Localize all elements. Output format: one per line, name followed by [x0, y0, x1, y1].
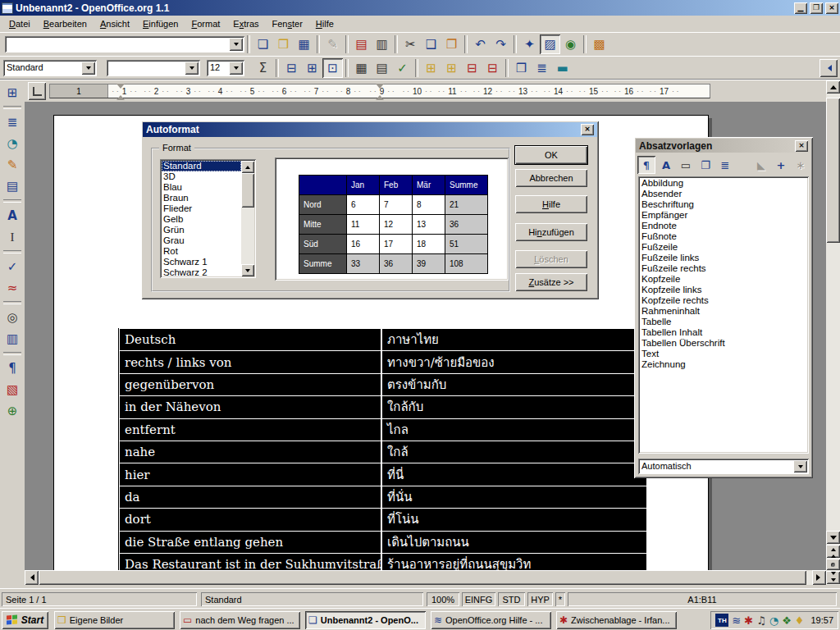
- cut-icon[interactable]: ✂: [400, 34, 421, 54]
- background-color-dropdown-icon[interactable]: ▬: [552, 58, 573, 78]
- thai-cell[interactable]: ทางขวา/ซ้ายมือของ: [382, 351, 646, 372]
- toolbar-collapse-button[interactable]: [819, 59, 838, 77]
- hyperlink-icon[interactable]: ◉: [560, 34, 581, 54]
- right-indent-marker-bottom[interactable]: [376, 91, 384, 100]
- selection-mode-indicator[interactable]: STD: [498, 592, 525, 606]
- insert-mode-indicator[interactable]: EINFG: [462, 592, 495, 606]
- style-filter-combobox[interactable]: Automatisch: [638, 459, 809, 474]
- taskbar-item-eigene-bilder[interactable]: ❒ Eigene Bilder: [54, 611, 175, 629]
- hyperlink-mode-indicator[interactable]: HYP: [527, 592, 553, 606]
- vertical-scroll-thumb[interactable]: [826, 98, 840, 243]
- scroll-right-button[interactable]: [812, 570, 826, 585]
- thai-cell[interactable]: ไกล: [382, 419, 646, 441]
- stylist-close-icon[interactable]: ×: [795, 140, 808, 152]
- taskbar-item-unbenannt2[interactable]: ❏ Unbenannt2 - OpenO...: [305, 611, 426, 629]
- url-combobox[interactable]: [5, 36, 244, 52]
- style-list-item[interactable]: Endnote: [640, 221, 807, 231]
- delete-column-icon[interactable]: ⊟: [482, 58, 503, 78]
- thai-cell[interactable]: เดินไปตามถนน: [382, 532, 646, 553]
- paragraph-style-value[interactable]: Standard: [3, 60, 80, 76]
- cancel-button[interactable]: Abbrechen: [515, 169, 587, 187]
- menu-datei[interactable]: Datei: [2, 16, 37, 31]
- fill-format-icon[interactable]: ◣: [752, 156, 770, 174]
- new-style-from-selection-icon[interactable]: +: [772, 156, 790, 174]
- tray-irfanview-icon[interactable]: ✱: [744, 614, 753, 627]
- style-list-item[interactable]: Fußzeile links: [640, 253, 807, 263]
- german-cell[interactable]: dort: [120, 509, 382, 530]
- insert-row-icon[interactable]: ⊞: [421, 58, 441, 78]
- sum-icon[interactable]: Σ: [253, 58, 273, 78]
- german-cell[interactable]: die Straße entlang gehen: [120, 532, 382, 553]
- german-cell[interactable]: Deutsch: [120, 329, 382, 350]
- format-list-item[interactable]: Schwarz 2: [162, 267, 241, 278]
- page-styles-icon[interactable]: ❐: [696, 156, 714, 174]
- format-list-item[interactable]: Schwarz 1: [162, 257, 241, 267]
- tab-type-selector[interactable]: [28, 82, 46, 100]
- autotext-icon[interactable]: A: [2, 206, 23, 226]
- nonprinting-characters-icon[interactable]: ¶: [2, 358, 23, 378]
- optimize-icon[interactable]: ⊡: [322, 58, 343, 78]
- list-scroll-thumb[interactable]: [241, 173, 254, 208]
- menu-hilfe[interactable]: Hilfe: [309, 16, 340, 31]
- menu-einfuegen[interactable]: Einfügen: [136, 16, 185, 31]
- url-value[interactable]: [5, 36, 227, 52]
- print-icon[interactable]: ▥: [372, 34, 392, 54]
- taskbar-item-ooo-hilfe[interactable]: ≋ OpenOffice.org Hilfe - ...: [431, 611, 551, 629]
- insert-fields-icon[interactable]: ≣: [2, 112, 23, 132]
- format-list-item[interactable]: Braun: [162, 193, 241, 203]
- tray-dialer-icon[interactable]: ◔: [769, 614, 778, 627]
- german-cell[interactable]: da: [120, 486, 382, 508]
- format-list-scrollbar[interactable]: [241, 161, 254, 276]
- page-style-indicator[interactable]: Standard: [201, 592, 423, 606]
- new-document-icon[interactable]: ❏: [253, 34, 273, 54]
- style-list-item[interactable]: Text: [640, 349, 807, 359]
- thai-cell[interactable]: ที่นั่น: [382, 486, 646, 508]
- line-style-dropdown-icon[interactable]: ≣: [532, 58, 552, 78]
- spellcheck-icon[interactable]: ✓: [2, 257, 23, 276]
- add-button[interactable]: Hinzufügen: [515, 223, 587, 241]
- thai-cell[interactable]: ที่โน่น: [382, 509, 646, 530]
- german-cell[interactable]: Das Restaurant ist in der Sukhumvitstraß…: [120, 554, 382, 570]
- format-list-item[interactable]: Grau: [162, 235, 241, 246]
- split-cells-icon[interactable]: ⊞: [302, 58, 322, 78]
- menu-format[interactable]: Format: [185, 16, 226, 31]
- zoom-indicator[interactable]: 100%: [427, 592, 459, 606]
- format-list-item[interactable]: Flieder: [162, 203, 241, 214]
- character-styles-icon[interactable]: A: [657, 156, 675, 174]
- copy-icon[interactable]: ❑: [421, 34, 441, 54]
- url-dropdown-button[interactable]: [229, 38, 243, 51]
- scroll-up-button[interactable]: [826, 80, 840, 94]
- style-list-item[interactable]: Zeichnung: [640, 359, 807, 370]
- thai-cell[interactable]: ร้านอาหารอยู่ที่ถนนสุขุมวิท: [382, 554, 646, 570]
- ok-button[interactable]: OK: [515, 146, 587, 164]
- graphics-onoff-icon[interactable]: ▧: [2, 380, 23, 399]
- style-list-item[interactable]: Tabelle: [640, 317, 807, 327]
- gallery-icon[interactable]: ▩: [589, 34, 609, 54]
- thai-cell[interactable]: ใกล้: [382, 441, 646, 463]
- autoformat-icon[interactable]: ✓: [392, 58, 413, 78]
- horizontal-scrollbar[interactable]: [25, 570, 826, 585]
- more-options-button[interactable]: Zusätze >>: [515, 273, 587, 291]
- previous-page-button[interactable]: [826, 545, 840, 558]
- insert-column-icon[interactable]: ⊞: [441, 58, 462, 78]
- style-filter-value[interactable]: Automatisch: [638, 459, 792, 474]
- table-borders-icon[interactable]: ▦: [351, 58, 372, 78]
- online-layout-icon[interactable]: ⊕: [2, 401, 23, 421]
- taskbar-item-weg-fragen[interactable]: ▭ nach dem Weg fragen ...: [180, 611, 300, 629]
- open-file-icon[interactable]: ❒: [273, 34, 294, 54]
- german-cell[interactable]: gegenübervon: [120, 374, 382, 395]
- filter-dropdown-button[interactable]: [793, 460, 807, 472]
- menu-bearbeiten[interactable]: Bearbeiten: [37, 16, 94, 31]
- start-button[interactable]: Start: [2, 611, 48, 629]
- thai-cell[interactable]: ภาษาไทย: [382, 329, 646, 350]
- draw-functions-icon[interactable]: ✎: [2, 155, 23, 175]
- tray-volume-icon[interactable]: ♫: [756, 614, 766, 627]
- format-list-item[interactable]: Grün: [162, 225, 241, 235]
- help-button[interactable]: Hilfe: [515, 195, 587, 213]
- thai-cell[interactable]: ที่นี่: [382, 463, 646, 485]
- direct-cursor-icon[interactable]: I: [2, 227, 23, 247]
- list-scroll-down[interactable]: [241, 264, 254, 276]
- format-list-item[interactable]: Rot: [162, 246, 241, 257]
- german-cell[interactable]: nahe: [120, 441, 382, 463]
- paragraph-style-combobox[interactable]: Standard: [3, 60, 97, 76]
